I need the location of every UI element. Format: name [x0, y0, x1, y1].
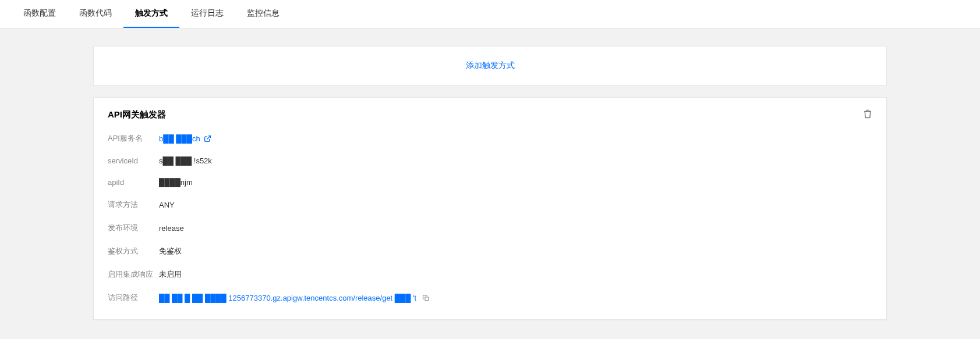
- svg-rect-0: [425, 297, 429, 300]
- add-trigger-card: 添加触发方式: [93, 46, 887, 85]
- request-method-value: ANY: [159, 201, 175, 209]
- trigger-header: API网关触发器: [108, 109, 872, 120]
- external-link-icon: [204, 135, 211, 142]
- field-label: serviceId: [108, 156, 159, 165]
- tab-function-config[interactable]: 函数配置: [12, 0, 68, 28]
- api-service-name-value: b██ ███ch: [159, 134, 200, 143]
- field-service-id: serviceId s██ ███ !s52k: [108, 156, 872, 165]
- field-label: 请求方法: [108, 199, 159, 210]
- service-id-value: s██ ███ !s52k: [159, 156, 212, 165]
- copy-icon[interactable]: [422, 294, 430, 302]
- field-label: 发布环境: [108, 223, 159, 233]
- field-release-env: 发布环境 release: [108, 223, 872, 233]
- auth-method-value: 免鉴权: [159, 246, 182, 256]
- field-api-id: apiId ████njm: [108, 178, 872, 187]
- api-service-name-link[interactable]: b██ ███ch: [159, 134, 211, 143]
- field-label: apiId: [108, 178, 159, 187]
- integration-response-value: 未启用: [159, 269, 182, 280]
- add-trigger-link[interactable]: 添加触发方式: [466, 60, 515, 70]
- field-label: 访问路径: [108, 292, 159, 303]
- trash-icon: [863, 109, 872, 120]
- access-path-link[interactable]: ██ ██ █ ██ ████ 1256773370.gz.apigw.tenc…: [159, 294, 430, 302]
- delete-trigger-button[interactable]: [863, 109, 872, 120]
- release-env-value: release: [159, 224, 184, 233]
- access-path-value: ██ ██ █ ██ ████ 1256773370.gz.apigw.tenc…: [159, 294, 416, 302]
- field-access-path: 访问路径 ██ ██ █ ██ ████ 1256773370.gz.apigw…: [108, 292, 872, 303]
- tab-monitor-info[interactable]: 监控信息: [235, 0, 291, 28]
- field-request-method: 请求方法 ANY: [108, 199, 872, 210]
- field-auth-method: 鉴权方式 免鉴权: [108, 246, 872, 256]
- tab-trigger-method[interactable]: 触发方式: [123, 0, 179, 28]
- field-integration-response: 启用集成响应 未启用: [108, 269, 872, 280]
- tab-run-logs[interactable]: 运行日志: [179, 0, 235, 28]
- field-label: 鉴权方式: [108, 246, 159, 256]
- field-label: API服务名: [108, 133, 159, 144]
- tab-function-code[interactable]: 函数代码: [68, 0, 123, 28]
- api-id-value: ████njm: [159, 178, 193, 187]
- field-api-service-name: API服务名 b██ ███ch: [108, 133, 872, 144]
- tabs-bar: 函数配置 函数代码 触发方式 运行日志 监控信息: [0, 0, 980, 28]
- content-area: 添加触发方式 API网关触发器 API服务名 b██ ███ch: [0, 28, 980, 337]
- field-label: 启用集成响应: [108, 269, 159, 280]
- trigger-card: API网关触发器 API服务名 b██ ███ch: [93, 97, 887, 320]
- trigger-title: API网关触发器: [108, 109, 166, 120]
